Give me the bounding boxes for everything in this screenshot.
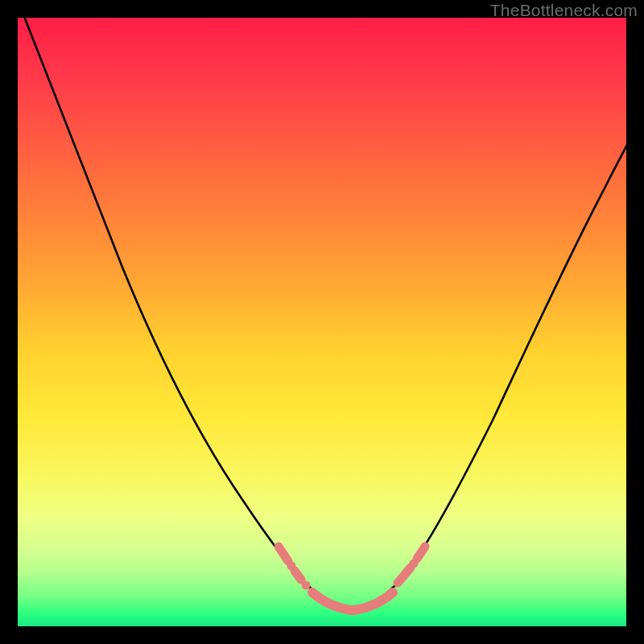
svg-point-4 (287, 562, 296, 571)
watermark-text: TheBottleneck.com (490, 1, 638, 20)
svg-line-2 (399, 568, 411, 581)
valley-markers (279, 547, 425, 610)
svg-point-7 (410, 559, 419, 568)
svg-point-5 (302, 581, 311, 590)
valley-dots (287, 559, 419, 590)
svg-line-1 (295, 571, 301, 580)
bottleneck-curve (18, 0, 630, 610)
curve-svg (18, 18, 626, 626)
svg-line-0 (279, 547, 288, 561)
svg-point-6 (394, 579, 402, 588)
svg-line-3 (417, 547, 425, 559)
plot-area (18, 18, 626, 626)
chart-stage: TheBottleneck.com (0, 0, 644, 644)
